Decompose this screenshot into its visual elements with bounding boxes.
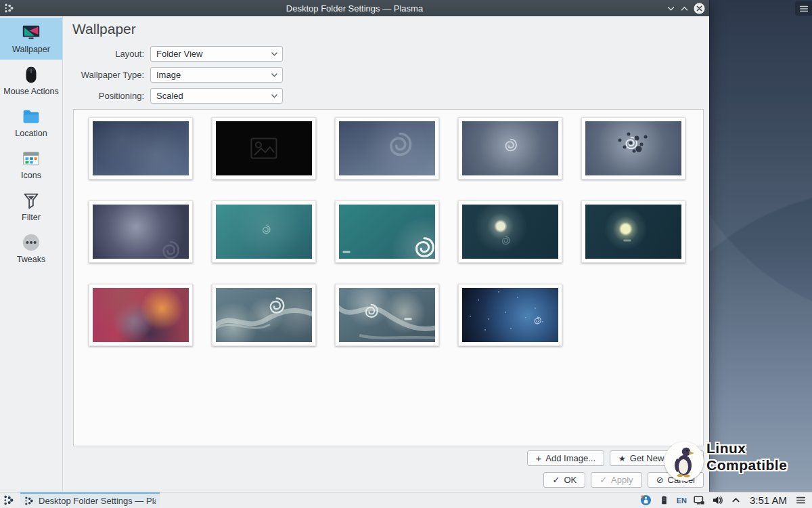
sidebar-item-icons[interactable]: Icons	[0, 144, 62, 186]
desktop: Desktop Folder Settings — Plasma Wallpap…	[0, 0, 812, 508]
info-tray-button[interactable]	[640, 494, 652, 506]
dialog-buttons-row: ✓ OK ✓ Apply ⊘ Cancel	[543, 472, 704, 488]
mark-overlay	[343, 251, 351, 253]
star-icon: ★	[618, 454, 626, 463]
sidebar-item-tweaks[interactable]: Tweaks	[0, 228, 62, 270]
add-image-button[interactable]: + Add Image...	[527, 450, 604, 466]
wallpaper-thumbnail-blue-polygons[interactable]	[89, 117, 193, 179]
specks-overlay	[505, 312, 506, 313]
sidebar-item-mouse-actions[interactable]: Mouse Actions	[0, 60, 62, 102]
plasma-logo-icon	[3, 494, 15, 506]
wallpaper-type-label: Wallpaper Type:	[72, 70, 144, 80]
chevron-up-icon	[680, 5, 689, 12]
sidebar-item-location[interactable]: Location	[0, 102, 62, 144]
cancel-button[interactable]: ⊘ Cancel	[648, 472, 704, 488]
positioning-label: Positioning:	[72, 91, 144, 101]
chevron-down-icon	[271, 51, 278, 57]
wallpaper-thumbnail-violet-gray-glow[interactable]	[89, 200, 193, 263]
sidebar-item-label: Tweaks	[1, 255, 61, 264]
positioning-select[interactable]: Scaled	[150, 88, 283, 104]
clock[interactable]: 3:51 AM	[750, 494, 787, 506]
wallpaper-grid	[74, 110, 703, 354]
swirl-overlay	[533, 316, 542, 325]
volume-tray-button[interactable]	[712, 494, 723, 506]
layout-select-value: Folder View	[156, 49, 202, 59]
sidebar-item-label: Icons	[1, 171, 61, 180]
watermark-line2: Compatible	[706, 457, 787, 473]
wallpaper-preview	[339, 121, 435, 175]
tray-expander-button[interactable]	[730, 494, 742, 506]
get-new-wallpapers-button[interactable]: ★ Get New Wa	[610, 450, 704, 466]
system-tray: EN 3:51 AM	[640, 494, 812, 506]
minimize-button[interactable]	[667, 5, 675, 12]
sidebar-item-label: Filter	[1, 213, 61, 222]
settings-sidebar: Wallpaper Mouse Actions Location Icons F…	[0, 16, 63, 492]
positioning-select-value: Scaled	[156, 91, 183, 101]
user-info-icon	[640, 494, 652, 506]
wallpaper-thumbnail-teal-swirl[interactable]	[212, 200, 316, 263]
clipboard-tray-button[interactable]	[658, 494, 670, 506]
close-button[interactable]	[694, 3, 705, 14]
sidebar-item-filter[interactable]: Filter	[0, 186, 62, 228]
cancel-circle-icon: ⊘	[656, 475, 664, 484]
wallpaper-thumbnail-moonlight[interactable]	[581, 200, 685, 263]
wallpaper-preview	[216, 205, 312, 259]
wallpaper-icon	[21, 22, 41, 43]
wallpaper-thumbnail-soft-waves-2[interactable]	[335, 284, 439, 346]
mouse-icon	[21, 64, 41, 85]
wallpaper-thumbnail-crimson-abstract[interactable]	[89, 284, 193, 346]
clipboard-icon	[659, 495, 669, 505]
wallpaper-preview	[585, 121, 681, 175]
mark-overlay	[405, 318, 412, 320]
icons-grid-icon	[21, 148, 41, 169]
panel-menu-button[interactable]	[795, 494, 807, 506]
keyboard-layout-button[interactable]: EN	[677, 496, 687, 505]
wallpaper-thumbnail-black-image-placeholder[interactable]	[212, 117, 316, 179]
wallpaper-preview	[216, 288, 312, 342]
wallpaper-type-select[interactable]: Image	[150, 67, 283, 83]
swirl-overlay	[158, 238, 181, 259]
taskbar: Desktop Folder Settings — Plasma EN 3:51…	[0, 492, 812, 508]
wallpaper-type-select-value: Image	[156, 70, 181, 80]
swirl-overlay	[261, 224, 271, 235]
get-new-wallpapers-label: Get New Wa	[630, 453, 679, 463]
watermark-text: Linux Compatible	[706, 440, 787, 481]
swirl-overlay	[502, 137, 518, 153]
network-tray-button[interactable]	[694, 494, 705, 506]
wallpaper-thumbnail-gray-radial-swirl[interactable]	[458, 117, 562, 179]
wallpaper-preview	[93, 288, 189, 342]
filter-funnel-icon	[21, 190, 41, 211]
app-launcher-button[interactable]	[0, 492, 18, 508]
wallpaper-thumbnail-steel-blue-swirl[interactable]	[335, 117, 439, 179]
ok-button[interactable]: ✓ OK	[543, 472, 585, 488]
wave2-overlay	[339, 288, 435, 342]
folder-icon	[21, 106, 41, 127]
wallpaper-thumbnail-deep-blue-swirl[interactable]	[458, 284, 562, 346]
wallpaper-preview	[462, 288, 558, 342]
wallpaper-thumbnail-soft-waves-swirl[interactable]	[212, 284, 316, 346]
wallpaper-thumbnail-moonlight-swirl[interactable]	[458, 200, 562, 263]
titlebar[interactable]: Desktop Folder Settings — Plasma	[0, 0, 709, 16]
close-icon	[694, 3, 705, 14]
wallpaper-preview	[339, 288, 435, 342]
caret-up-icon	[731, 496, 740, 505]
apply-button[interactable]: ✓ Apply	[591, 472, 641, 488]
sidebar-item-label: Mouse Actions	[1, 87, 61, 96]
task-button-desktop-folder-settings[interactable]: Desktop Folder Settings — Plasma	[20, 492, 160, 508]
maximize-button[interactable]	[680, 5, 689, 12]
sidebar-item-wallpaper[interactable]: Wallpaper	[0, 18, 62, 60]
chevron-down-icon	[667, 5, 675, 12]
wallpaper-preview	[93, 121, 189, 175]
tweaks-dots-icon	[21, 232, 41, 253]
plasma-logo-icon	[4, 3, 15, 14]
watermark-line1: Linux	[706, 440, 787, 457]
hamburger-icon	[796, 496, 806, 505]
plus-icon: +	[536, 453, 542, 463]
wallpaper-thumbnail-teal-leaf-swirl[interactable]	[335, 200, 439, 263]
cancel-label: Cancel	[668, 475, 695, 485]
layout-label: Layout:	[72, 49, 144, 59]
wallpaper-thumbnail-gray-swirl-ink-splatter[interactable]	[581, 117, 685, 179]
desktop-toolbox-button[interactable]	[795, 1, 812, 16]
swirl-overlay	[384, 129, 414, 159]
layout-select[interactable]: Folder View	[150, 46, 283, 62]
